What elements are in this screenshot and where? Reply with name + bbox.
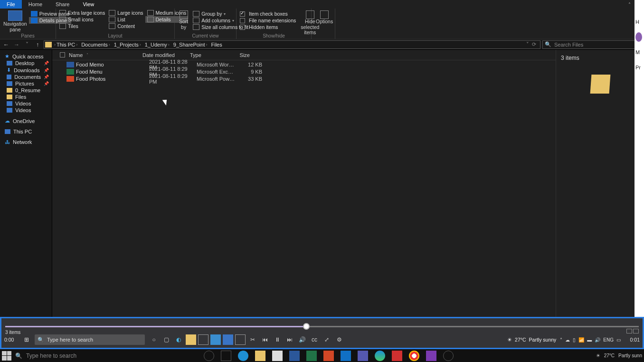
nav-recent-icon[interactable]: ˅ — [23, 41, 31, 48]
panes-group-label: Panes — [0, 33, 56, 39]
cortana-icon[interactable] — [204, 351, 214, 361]
task-view-icon[interactable]: ▢ — [161, 334, 171, 345]
nav-documents[interactable]: Documents📌 — [0, 74, 52, 80]
task-view-icon[interactable] — [221, 351, 231, 361]
layout-extra-large[interactable]: Extra large icons — [57, 10, 107, 16]
cortana-icon[interactable]: ○ — [149, 334, 159, 345]
explorer-icon[interactable] — [255, 351, 265, 361]
tray-up-icon[interactable]: ˄ — [560, 337, 562, 343]
options-button[interactable]: Options — [313, 10, 336, 26]
file-row[interactable]: Food Memo2021-08-11 8:28 PMMicrosoft Wor… — [52, 61, 556, 68]
nav-up-icon[interactable]: ↑ — [33, 41, 42, 48]
hidden-items-toggle[interactable]: Hidden items — [238, 24, 298, 30]
tab-file[interactable]: File — [0, 0, 22, 9]
taskbar-tray: ☀27°CPartly sunn — [596, 353, 642, 358]
store-icon[interactable] — [198, 334, 208, 345]
wifi-icon[interactable]: 📶 — [578, 337, 584, 343]
column-date[interactable]: Date modified — [140, 52, 187, 58]
tab-home[interactable]: Home — [22, 0, 49, 9]
acrobat-icon[interactable] — [392, 351, 402, 361]
layout-large[interactable]: Large icons — [107, 10, 145, 16]
overlay-tray: ˄ ☁ ▯ 📶 ▬ 🔊 ENG ▭ — [560, 337, 621, 343]
nav-desktop[interactable]: Desktop📌 — [0, 60, 52, 67]
overlay-weather[interactable]: ☀27°CPartly sunny — [507, 337, 556, 343]
forward-icon[interactable]: ⏭ — [284, 334, 295, 345]
folder-icon — [590, 75, 610, 94]
nav-downloads[interactable]: ⬇Downloads📌 — [0, 67, 52, 74]
edge2-icon[interactable] — [375, 351, 385, 361]
breadcrumb[interactable]: ›This PC› Documents› 1_Projects› 1_Udemy… — [44, 40, 540, 49]
app-2-icon[interactable] — [235, 334, 246, 345]
nav-files[interactable]: Files — [0, 94, 52, 100]
file-name-ext-toggle[interactable]: File name extensions — [238, 17, 298, 24]
fullscreen-icon[interactable]: ⤢ — [322, 334, 332, 345]
column-size[interactable]: Size — [226, 52, 253, 58]
nav-videos[interactable]: Videos — [0, 100, 52, 107]
right-app-sliver: H M Pr — [635, 0, 644, 318]
nav-back-icon[interactable]: ← — [2, 41, 10, 48]
bt-icon[interactable]: ▯ — [573, 337, 576, 343]
ppt-icon[interactable] — [323, 351, 334, 361]
nav-quick-access[interactable]: ★Quick access — [0, 53, 52, 60]
teams-icon[interactable] — [358, 351, 368, 361]
minimize-icon[interactable]: ˄ — [626, 1, 633, 8]
tab-view[interactable]: View — [76, 0, 101, 9]
onenote-icon[interactable] — [426, 351, 436, 361]
file-row[interactable]: Food Menu2021-08-11 8:29 PMMicrosoft Exc… — [52, 68, 556, 75]
sound-icon[interactable]: 🔊 — [595, 337, 600, 343]
chrome-icon[interactable] — [409, 351, 419, 361]
nav-this-pc[interactable]: This PC — [0, 128, 52, 135]
details-pane: 3 items — [556, 50, 644, 317]
sort-by-button[interactable]: Sort by — [176, 10, 191, 31]
edge-icon[interactable] — [238, 351, 248, 361]
lang-indicator[interactable]: ENG — [603, 337, 614, 343]
battery-icon[interactable]: ▬ — [587, 337, 592, 343]
app-icon[interactable] — [443, 351, 454, 361]
overlay-start-icon[interactable]: ⊞ — [22, 335, 31, 344]
xls-icon — [66, 69, 74, 75]
item-check-boxes-toggle[interactable]: Item check boxes — [238, 10, 298, 17]
tab-share[interactable]: Share — [49, 0, 76, 9]
column-type[interactable]: Type — [187, 52, 226, 58]
play-pause-icon[interactable]: ⏸ — [272, 334, 283, 345]
layout-tiles[interactable]: Tiles — [57, 23, 107, 29]
layout-content[interactable]: Content — [107, 23, 145, 29]
nav-forward-icon[interactable]: → — [12, 41, 21, 48]
rewind-icon[interactable]: ⏮ — [260, 334, 270, 345]
cloud-icon[interactable]: ☁ — [565, 337, 570, 343]
start-button[interactable] — [2, 351, 11, 361]
layout-list[interactable]: List — [107, 16, 145, 23]
navigation-pane-button[interactable]: Navigation pane — [1, 10, 29, 33]
nav-resume[interactable]: 0_Resume — [0, 87, 52, 94]
current-view-group-label: Current view — [175, 33, 236, 39]
layout-small[interactable]: Small icons — [57, 16, 107, 23]
nav-pictures[interactable]: Pictures📌 — [0, 80, 52, 87]
edge-icon[interactable]: ◐ — [173, 334, 184, 345]
outlook-icon[interactable] — [341, 351, 351, 361]
word-icon[interactable] — [289, 351, 300, 361]
nav-videos-2[interactable]: Videos — [0, 107, 52, 114]
store-icon[interactable] — [272, 351, 283, 361]
closed-caption-icon[interactable]: cc — [309, 334, 320, 345]
nav-onedrive[interactable]: ☁OneDrive — [0, 117, 52, 124]
addr-dropdown-icon[interactable]: ˅ — [526, 41, 529, 48]
refresh-icon[interactable]: ⟳ — [532, 41, 536, 48]
column-name[interactable]: Name˄ — [57, 52, 140, 58]
notif-icon[interactable]: ▭ — [616, 337, 621, 343]
mail-icon[interactable] — [223, 334, 233, 345]
overlay-search-input[interactable]: 🔍 Type here to search — [35, 334, 145, 345]
volume-icon[interactable]: 🔊 — [297, 334, 307, 345]
settings-icon[interactable]: ⚙ — [334, 334, 344, 345]
search-icon: 🔍 — [38, 337, 44, 343]
nav-network[interactable]: 🖧Network — [0, 139, 52, 145]
explorer-icon[interactable] — [186, 334, 196, 345]
excel-icon[interactable] — [306, 351, 317, 361]
search-input[interactable]: 🔍 Search Files — [542, 40, 642, 49]
file-row[interactable]: Food Photos2021-08-11 8:29 PMMicrosoft P… — [52, 75, 556, 82]
taskbar-search-input[interactable]: 🔍 Type here to search — [15, 352, 76, 359]
layout-group-label: Layout — [56, 33, 174, 39]
video-seek-thumb[interactable] — [303, 323, 310, 330]
video-time-total: 0:01 — [625, 337, 640, 343]
app-3-icon[interactable]: ✂ — [247, 334, 258, 345]
app-1-icon[interactable] — [210, 334, 221, 345]
